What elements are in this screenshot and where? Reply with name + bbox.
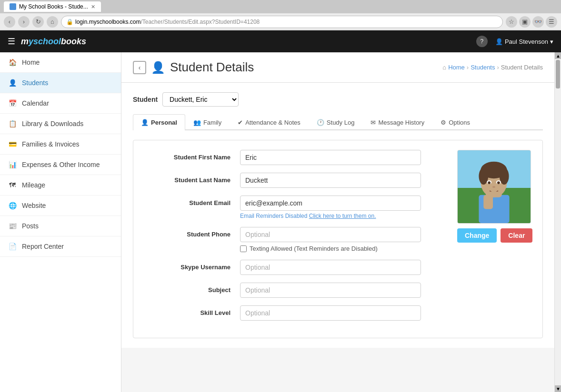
tab-close-icon[interactable]: ✕: [91, 4, 95, 10]
scroll-up-button[interactable]: ▲: [555, 52, 561, 59]
sidebar-label-students: Students: [22, 79, 48, 87]
email-hint-pre: Email Reminders Disabled: [240, 213, 309, 219]
options-tab-icon: ⚙: [441, 119, 446, 126]
back-browser-button[interactable]: ‹: [4, 16, 15, 28]
subject-input[interactable]: [240, 283, 421, 298]
skill-input[interactable]: [240, 305, 421, 321]
scroll-thumb[interactable]: [556, 60, 560, 88]
page-header: ‹ 👤 Student Details ⌂ Home › Students › …: [121, 52, 554, 83]
tab-family[interactable]: 👥 Family: [185, 114, 230, 130]
sidebar-item-library[interactable]: 📋 Library & Downloads: [0, 114, 121, 134]
tab-message-history[interactable]: ✉ Message History: [362, 114, 432, 130]
student-details-icon: 👤: [151, 61, 165, 74]
app-container: ☰ myschoolbooks ? 👤 Paul Stevenson ▾: [0, 30, 561, 392]
sidebar: 🏠 Home 👤 Students 📅 Calendar 📋 Library &…: [0, 52, 121, 392]
logo-books: books: [61, 37, 86, 47]
sidebar-item-calendar[interactable]: 📅 Calendar: [0, 93, 121, 114]
tab-options[interactable]: ⚙ Options: [432, 114, 478, 130]
svg-rect-13: [483, 195, 493, 209]
home-browser-button[interactable]: ⌂: [47, 16, 58, 28]
student-dropdown[interactable]: Duckett, Eric: [162, 92, 239, 107]
email-row: Student Email Email Reminders Disabled C…: [145, 196, 448, 219]
logo-y: y: [29, 37, 33, 47]
back-page-button[interactable]: ‹: [133, 61, 146, 74]
tab-title: My School Books - Stude...: [19, 3, 88, 10]
texting-checkbox[interactable]: [240, 245, 247, 252]
forward-browser-button[interactable]: ›: [18, 16, 30, 28]
breadcrumb-home-link[interactable]: Home: [448, 64, 465, 71]
family-tab-label: Family: [203, 119, 221, 126]
email-hint: Email Reminders Disabled Click here to t…: [240, 213, 421, 219]
families-icon: 💳: [8, 139, 17, 149]
sidebar-label-families: Families & Invoices: [22, 140, 80, 148]
breadcrumb-sep-1: ›: [467, 64, 469, 71]
header-right: ? 👤 Paul Stevenson ▾: [476, 36, 553, 47]
sidebar-label-expenses: Expenses & Other Income: [22, 161, 100, 168]
study-log-tab-label: Study Log: [327, 119, 355, 126]
family-tab-icon: 👥: [193, 119, 201, 126]
student-selector-label: Student: [133, 96, 158, 103]
tab-study-log[interactable]: 🕐 Study Log: [309, 114, 363, 130]
phone-input[interactable]: [240, 227, 421, 242]
report-icon: 📄: [8, 242, 17, 251]
texting-row: Texting Allowed (Text Reminders are Disa…: [240, 245, 421, 252]
reload-button[interactable]: ↻: [32, 16, 44, 28]
logo-school: school: [33, 37, 61, 47]
user-menu[interactable]: 👤 Paul Stevenson ▾: [495, 38, 553, 45]
sidebar-item-posts[interactable]: 📰 Posts: [0, 216, 121, 236]
tab-attendance[interactable]: ✔ Attendance & Notes: [230, 114, 309, 130]
website-icon: 🌐: [8, 201, 17, 210]
last-name-row: Student Last Name: [145, 173, 448, 188]
skill-label: Skill Level: [145, 305, 240, 316]
last-name-input[interactable]: [240, 173, 421, 188]
scrollbar[interactable]: ▲ ▼: [554, 52, 561, 392]
subject-input-wrap: [240, 283, 421, 298]
email-hint-link[interactable]: Click here to turn them on.: [309, 213, 376, 219]
texting-label: Texting Allowed (Text Reminders are Disa…: [250, 245, 378, 252]
posts-icon: 📰: [8, 221, 17, 231]
form-main: Student First Name Student Last Name: [145, 150, 531, 328]
study-log-tab-icon: 🕐: [317, 119, 324, 126]
skill-row: Skill Level: [145, 305, 448, 321]
browser-tab[interactable]: My School Books - Stude... ✕: [4, 1, 101, 12]
first-name-input[interactable]: [240, 150, 421, 165]
breadcrumb-current: Student Details: [501, 64, 543, 71]
message-history-tab-icon: ✉: [371, 119, 376, 126]
sidebar-item-website[interactable]: 🌐 Website: [0, 196, 121, 216]
clear-photo-button[interactable]: Clear: [501, 228, 532, 243]
main-layout: 🏠 Home 👤 Students 📅 Calendar 📋 Library &…: [0, 52, 561, 392]
reader-button[interactable]: ▣: [519, 16, 531, 28]
help-button[interactable]: ?: [476, 36, 488, 47]
glasses-button[interactable]: 👓: [532, 16, 544, 28]
sidebar-item-report[interactable]: 📄 Report Center: [0, 236, 121, 257]
sidebar-item-home[interactable]: 🏠 Home: [0, 52, 121, 73]
last-name-label: Student Last Name: [145, 173, 240, 184]
menu-button[interactable]: ☰: [546, 16, 557, 28]
attendance-tab-label: Attendance & Notes: [245, 119, 301, 126]
form-card: Student First Name Student Last Name: [133, 140, 543, 338]
photo-buttons: Change Clear: [457, 228, 531, 243]
url-path: /Teacher/Students/Edit.aspx?StudentID=41…: [140, 19, 260, 25]
skype-row: Skype Username: [145, 260, 448, 275]
scroll-down-button[interactable]: ▼: [555, 385, 561, 392]
sidebar-label-website: Website: [22, 202, 46, 209]
breadcrumb-sep-2: ›: [497, 64, 499, 71]
address-bar[interactable]: 🔒 login.myschoolbooks.com /Teacher/Stude…: [61, 16, 503, 28]
form-content: Student Duckett, Eric 👤 Personal 👥: [121, 83, 554, 348]
sidebar-label-home: Home: [22, 59, 40, 66]
bookmark-button[interactable]: ☆: [506, 16, 517, 28]
sidebar-item-students[interactable]: 👤 Students: [0, 73, 121, 93]
tab-personal[interactable]: 👤 Personal: [133, 114, 185, 130]
email-label: Student Email: [145, 196, 240, 206]
change-photo-button[interactable]: Change: [457, 228, 497, 243]
photo-svg: [458, 150, 531, 224]
email-input[interactable]: [240, 196, 421, 211]
logo-m: m: [21, 37, 29, 47]
first-name-input-wrap: [240, 150, 421, 165]
sidebar-item-expenses[interactable]: 📊 Expenses & Other Income: [0, 155, 121, 175]
breadcrumb-students-link[interactable]: Students: [471, 64, 495, 71]
skype-input[interactable]: [240, 260, 421, 275]
hamburger-menu-icon[interactable]: ☰: [8, 36, 15, 47]
sidebar-item-mileage[interactable]: 🗺 Mileage: [0, 175, 121, 196]
sidebar-item-families[interactable]: 💳 Families & Invoices: [0, 134, 121, 155]
